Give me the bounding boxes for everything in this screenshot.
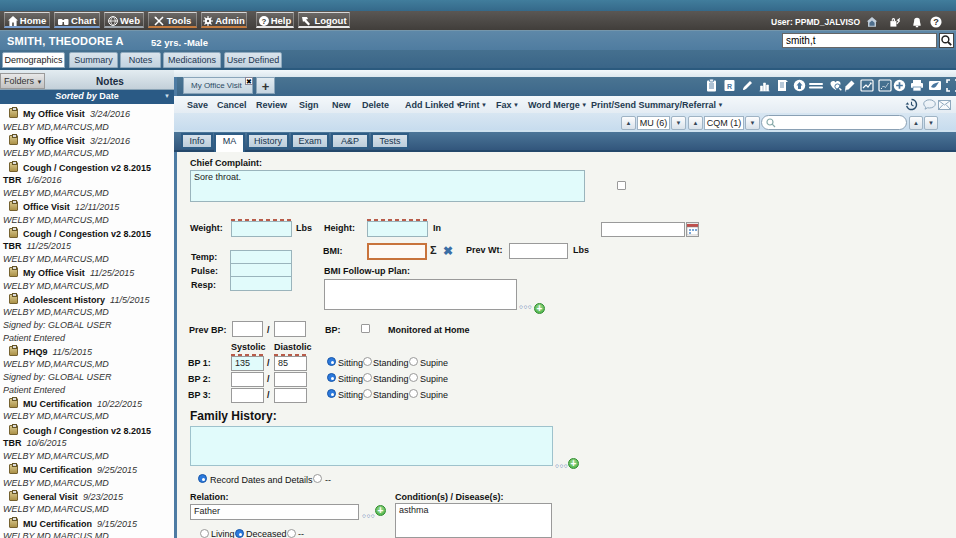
svg-text:?: ?: [261, 17, 266, 26]
svg-text:R: R: [727, 83, 732, 90]
svg-text:?: ?: [933, 17, 939, 27]
